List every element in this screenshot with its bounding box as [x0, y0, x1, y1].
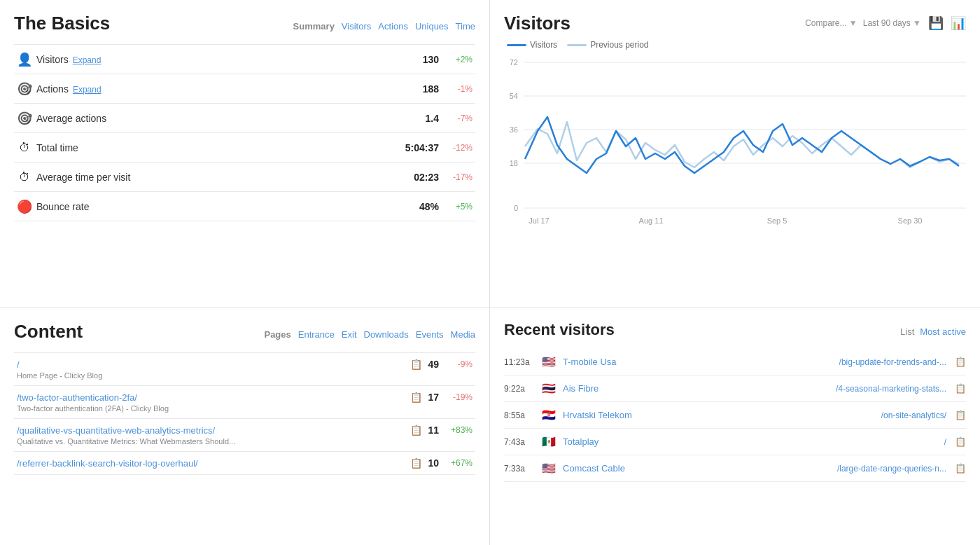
- visitor-copy-icon[interactable]: 📋: [955, 357, 966, 367]
- visitor-isp-link[interactable]: T-mobile Usa: [563, 357, 834, 367]
- visitor-time: 8:55a: [504, 411, 536, 420]
- visitor-page-link[interactable]: /big-update-for-trends-and-...: [839, 357, 946, 367]
- visitor-time: 7:43a: [504, 437, 536, 447]
- content-page-link[interactable]: /: [17, 359, 410, 370]
- metric-row: ⏱ Average time per visit 02:23 -17%: [14, 163, 475, 192]
- visitor-page-link[interactable]: /4-seasonal-marketing-stats...: [836, 384, 946, 394]
- content-page-link[interactable]: /referrer-backlink-search-visitor-log-ov…: [17, 458, 410, 469]
- content-nav-entrance[interactable]: Entrance: [298, 329, 335, 340]
- metric-value: 130: [423, 54, 439, 65]
- basics-nav-actions[interactable]: Actions: [378, 21, 408, 32]
- legend-previous: Previous period: [567, 40, 648, 50]
- content-subtitle: Home Page - Clicky Blog: [17, 371, 472, 380]
- metric-expand-link[interactable]: Expand: [73, 85, 102, 95]
- recent-nav-list[interactable]: List: [900, 326, 914, 337]
- content-panel: Content Pages Entrance Exit Downloads Ev…: [0, 308, 490, 545]
- visitor-copy-icon[interactable]: 📋: [955, 410, 966, 420]
- visitor-copy-icon[interactable]: 📋: [955, 436, 966, 447]
- content-item: /qualitative-vs-quantitative-web-analyti…: [14, 419, 475, 452]
- visitor-page-link[interactable]: /: [944, 437, 946, 447]
- basics-panel: The Basics Summary Visitors Actions Uniq…: [0, 0, 490, 308]
- content-nav-pages[interactable]: Pages: [264, 329, 290, 340]
- metric-icon: 🔴: [17, 199, 32, 214]
- chart-controls: Compare... ▼ Last 90 days ▼ 💾 📊: [805, 15, 966, 31]
- metric-change: +5%: [447, 202, 472, 212]
- metric-value: 48%: [419, 201, 439, 212]
- svg-text:72: 72: [510, 58, 518, 67]
- content-change: +67%: [447, 458, 472, 468]
- basics-title: The Basics: [14, 13, 110, 34]
- metric-row: 🔴 Bounce rate 48% +5%: [14, 192, 475, 221]
- metric-value: 5:04:37: [405, 142, 439, 153]
- content-item-row: / 📋 49 -9%: [17, 359, 472, 370]
- visitor-time: 7:33a: [504, 464, 536, 474]
- visitors-chart-header: Visitors Compare... ▼ Last 90 days ▼ 💾 📊: [504, 13, 966, 34]
- content-item: /referrer-backlink-search-visitor-log-ov…: [14, 452, 475, 475]
- visitor-flag: 🇲🇽: [542, 435, 557, 448]
- content-nav-events[interactable]: Events: [416, 329, 444, 340]
- save-chart-icon[interactable]: 💾: [928, 15, 944, 31]
- metric-value: 1.4: [426, 113, 439, 124]
- metric-row: 🎯 Average actions 1.4 -7%: [14, 104, 475, 133]
- metric-label: Average actions: [36, 113, 426, 124]
- basics-nav-uniques[interactable]: Uniques: [415, 21, 449, 32]
- content-nav-downloads[interactable]: Downloads: [364, 329, 409, 340]
- svg-text:Sep 5: Sep 5: [767, 216, 788, 225]
- metric-icon: ⏱: [17, 171, 32, 184]
- visitor-isp-link[interactable]: Ais Fibre: [563, 383, 830, 394]
- metric-label: Average time per visit: [36, 172, 414, 183]
- bar-chart-icon[interactable]: 📊: [951, 15, 966, 31]
- visitor-isp-link[interactable]: Comcast Cable: [563, 463, 832, 474]
- content-subtitle: Qualitative vs. Quantitative Metrics: Wh…: [17, 437, 472, 446]
- visitor-page-link[interactable]: /on-site-analytics/: [881, 411, 946, 420]
- content-page-link[interactable]: /two-factor-authentication-2fa/: [17, 392, 410, 403]
- metric-label: Bounce rate: [36, 201, 419, 212]
- metric-change: +2%: [447, 55, 472, 64]
- metric-label: Total time: [36, 142, 405, 153]
- content-count: 11: [428, 425, 439, 436]
- metric-change: -7%: [447, 113, 472, 123]
- recent-header: Recent visitors List Most active: [504, 321, 966, 339]
- metric-expand-link[interactable]: Expand: [73, 55, 102, 65]
- legend-visitors: Visitors: [507, 40, 557, 50]
- recent-nav-most-active[interactable]: Most active: [920, 326, 966, 337]
- content-icon: 📋: [410, 359, 422, 370]
- legend-visitors-label: Visitors: [530, 40, 557, 50]
- visitor-isp-link[interactable]: Hrvatski Telekom: [563, 410, 876, 420]
- visitors-svg: 72 54 36 18 0 Jul 17 Aug 11 Sep 5 Sep: [504, 55, 966, 237]
- svg-text:54: 54: [510, 92, 518, 100]
- legend-previous-label: Previous period: [590, 40, 648, 50]
- metric-icon: ⏱: [17, 142, 32, 154]
- content-icon: 📋: [410, 392, 422, 403]
- visitor-isp-link[interactable]: Totalplay: [563, 436, 939, 447]
- period-dropdown[interactable]: Last 90 days ▼: [863, 18, 921, 28]
- visitor-row: 9:22a 🇹🇭 Ais Fibre /4-seasonal-marketing…: [504, 375, 966, 402]
- metric-row: 👤 VisitorsExpand 130 +2%: [14, 45, 475, 74]
- metrics-table: 👤 VisitorsExpand 130 +2% 🎯 ActionsExpand…: [14, 44, 475, 221]
- visitor-row: 7:43a 🇲🇽 Totalplay / 📋: [504, 429, 966, 455]
- basics-nav: Summary Visitors Actions Uniques Time: [293, 21, 475, 32]
- basics-nav-summary[interactable]: Summary: [293, 21, 335, 32]
- content-icon: 📋: [410, 425, 422, 436]
- metric-row: 🎯 ActionsExpand 188 -1%: [14, 74, 475, 104]
- content-nav-media[interactable]: Media: [451, 329, 475, 340]
- metric-label: VisitorsExpand: [36, 54, 423, 65]
- metric-change: -1%: [447, 84, 472, 94]
- content-page-link[interactable]: /qualitative-vs-quantitative-web-analyti…: [17, 425, 410, 436]
- basics-nav-visitors[interactable]: Visitors: [342, 21, 371, 32]
- visitor-copy-icon[interactable]: 📋: [955, 463, 966, 474]
- recent-visitors-list: 11:23a 🇺🇸 T-mobile Usa /big-update-for-t…: [504, 349, 966, 482]
- content-nav-exit[interactable]: Exit: [342, 329, 357, 340]
- visitor-copy-icon[interactable]: 📋: [955, 383, 966, 394]
- content-header: Content Pages Entrance Exit Downloads Ev…: [14, 321, 475, 343]
- content-change: -19%: [447, 392, 472, 402]
- visitor-page-link[interactable]: /large-date-range-queries-n...: [837, 464, 946, 474]
- content-title: Content: [14, 321, 83, 343]
- svg-text:Aug 11: Aug 11: [639, 216, 664, 225]
- visitors-chart-title: Visitors: [504, 13, 570, 34]
- basics-nav-time[interactable]: Time: [456, 21, 475, 32]
- visitor-flag: 🇹🇭: [542, 382, 557, 395]
- metric-icon: 🎯: [17, 81, 32, 97]
- compare-dropdown[interactable]: Compare... ▼: [805, 18, 858, 28]
- content-item: /two-factor-authentication-2fa/ 📋 17 -19…: [14, 386, 475, 419]
